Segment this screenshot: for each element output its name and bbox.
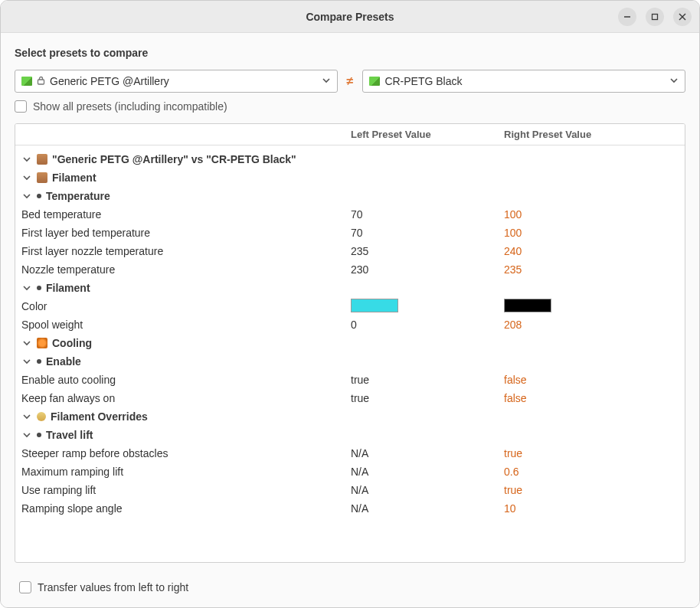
flag-icon	[369, 77, 380, 86]
left-value: N/A	[345, 465, 498, 479]
window-title: Compare Presets	[306, 11, 394, 23]
left-value: true	[345, 373, 498, 387]
expand-toggle[interactable]	[21, 339, 32, 347]
window-controls	[618, 8, 692, 26]
override-icon	[37, 412, 46, 421]
right-preset-select[interactable]: CR-PETG Black	[362, 70, 685, 93]
param-label: Maximum ramping lift	[21, 466, 123, 478]
content-area: Select presets to compare Generic PETG @…	[1, 33, 699, 570]
param-label: Color	[21, 300, 47, 312]
param-label: First layer bed temperature	[21, 227, 150, 239]
param-row: Spool weight 0 208	[15, 315, 685, 334]
param-label: Keep fan always on	[21, 392, 115, 404]
show-all-row: Show all presets (including incompatible…	[15, 100, 685, 113]
left-value: 230	[345, 263, 498, 276]
param-label: Enable auto cooling	[21, 374, 116, 386]
left-value: 235	[345, 244, 498, 258]
show-all-checkbox[interactable]	[15, 100, 27, 113]
expand-toggle[interactable]	[21, 284, 32, 292]
expand-toggle[interactable]	[21, 174, 32, 181]
chevron-down-icon	[322, 75, 331, 87]
transfer-label: Transfer values from left to right	[38, 581, 188, 593]
transfer-checkbox[interactable]	[19, 581, 31, 593]
left-preset-select[interactable]: Generic PETG @Artillery	[15, 70, 338, 93]
bullet-icon	[37, 194, 41, 198]
flag-icon	[21, 77, 32, 86]
right-value: 100	[498, 226, 685, 240]
left-value: N/A	[345, 446, 498, 460]
transfer-row: Transfer values from left to right	[19, 581, 685, 593]
select-presets-label: Select presets to compare	[15, 47, 685, 59]
right-value: false	[498, 391, 685, 405]
titlebar: Compare Presets	[1, 1, 699, 33]
right-value: 100	[498, 208, 685, 221]
bullet-icon	[37, 433, 41, 437]
param-row: Ramping slope angle N/A 10	[15, 499, 685, 518]
maximize-icon	[651, 13, 659, 21]
param-label: Bed temperature	[21, 208, 101, 221]
show-all-label: Show all presets (including incompatible…	[33, 100, 227, 113]
group-filament: Filament	[15, 168, 685, 187]
left-value: true	[345, 391, 498, 405]
bullet-icon	[37, 359, 41, 364]
group-overrides: Filament Overrides	[15, 407, 685, 426]
svg-rect-1	[653, 14, 658, 19]
group-label: Filament	[52, 172, 96, 184]
subgroup-filament: Filament	[15, 279, 685, 297]
right-value: true	[498, 483, 685, 497]
left-value: 70	[345, 226, 498, 240]
chevron-down-icon	[669, 75, 679, 87]
left-preset-label: Generic PETG @Artillery	[50, 75, 322, 87]
header-right: Right Preset Value	[498, 129, 685, 140]
tree: "Generic PETG @Artillery" vs "CR-PETG Bl…	[15, 145, 685, 525]
param-row: First layer bed temperature 70 100	[15, 224, 685, 242]
param-label: Spool weight	[21, 319, 83, 331]
expand-toggle[interactable]	[21, 358, 32, 365]
bullet-icon	[37, 286, 41, 290]
presets-row: Generic PETG @Artillery ≠ CR-PETG Black	[15, 70, 685, 93]
svg-rect-4	[38, 80, 44, 84]
color-swatch-left	[351, 299, 398, 312]
group-label: Filament Overrides	[51, 410, 148, 423]
right-value: 0.6	[498, 465, 685, 479]
param-row-color: Color	[15, 297, 685, 315]
param-label: Steeper ramp before obstacles	[21, 447, 168, 459]
param-row: Steeper ramp before obstacles N/A true	[15, 444, 685, 463]
subgroup-temperature: Temperature	[15, 187, 685, 205]
right-value: 10	[498, 502, 685, 515]
spool-icon	[37, 172, 47, 183]
minimize-button[interactable]	[618, 8, 636, 26]
root-label: "Generic PETG @Artillery" vs "CR-PETG Bl…	[52, 153, 296, 165]
subgroup-enable: Enable	[15, 352, 685, 371]
maximize-button[interactable]	[646, 8, 664, 26]
param-label: Ramping slope angle	[21, 502, 123, 515]
not-equal-icon: ≠	[344, 74, 357, 88]
expand-toggle[interactable]	[21, 413, 32, 420]
spool-icon	[37, 154, 47, 165]
subgroup-travel: Travel lift	[15, 426, 685, 444]
header-left: Left Preset Value	[345, 129, 498, 140]
left-value: N/A	[345, 483, 498, 497]
param-row: Bed temperature 70 100	[15, 205, 685, 224]
window-frame: Compare Presets Select presets to compar…	[0, 0, 700, 608]
right-value: 208	[498, 318, 685, 332]
left-value: 70	[345, 208, 498, 221]
group-cooling: Cooling	[15, 334, 685, 352]
expand-toggle[interactable]	[21, 431, 32, 439]
subgroup-label: Temperature	[46, 190, 110, 202]
root-row: "Generic PETG @Artillery" vs "CR-PETG Bl…	[15, 150, 685, 168]
minimize-icon	[623, 13, 631, 21]
subgroup-label: Filament	[46, 282, 90, 294]
subgroup-label: Travel lift	[46, 429, 93, 441]
left-value: 0	[345, 318, 498, 332]
param-row: First layer nozzle temperature 235 240	[15, 242, 685, 260]
param-row: Keep fan always on true false	[15, 389, 685, 407]
expand-toggle[interactable]	[21, 155, 32, 163]
compare-grid: Left Preset Value Right Preset Value "Ge…	[15, 123, 685, 563]
param-row: Nozzle temperature 230 235	[15, 260, 685, 279]
right-preset-label: CR-PETG Black	[384, 75, 669, 87]
param-label: Nozzle temperature	[21, 263, 115, 276]
close-button[interactable]	[673, 8, 692, 26]
param-row: Maximum ramping lift N/A 0.6	[15, 463, 685, 481]
expand-toggle[interactable]	[21, 192, 32, 200]
